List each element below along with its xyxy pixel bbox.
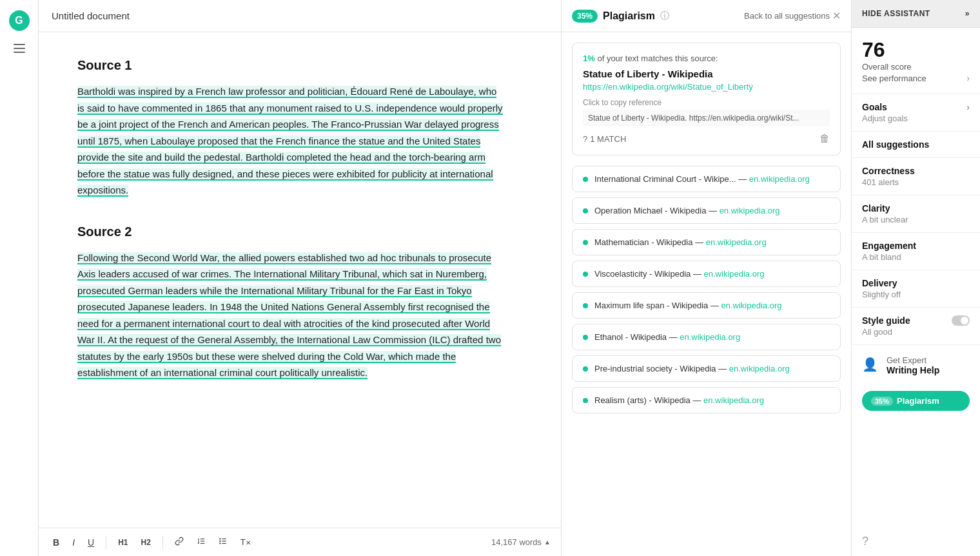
- source-dot: [583, 177, 588, 182]
- correctness-section[interactable]: Correctness 401 alerts: [852, 158, 980, 195]
- help-icon[interactable]: ?: [852, 527, 980, 556]
- source2-highlighted: Following the Second World War, the alli…: [77, 252, 501, 380]
- source-list-item[interactable]: Mathematician - Wikipedia — en.wikipedia…: [572, 229, 841, 255]
- h2-button[interactable]: H2: [137, 535, 154, 550]
- bold-button[interactable]: B: [49, 535, 63, 550]
- source-main-title: Statue of Liberty - Wikipedia: [583, 68, 830, 79]
- source-list-item[interactable]: Pre-industrial society - Wikipedia — en.…: [572, 355, 841, 382]
- chevron-right-icon[interactable]: ›: [966, 102, 970, 112]
- source-list-name: Viscoelasticity - Wikipedia — en.wikiped…: [594, 269, 765, 279]
- see-performance-link[interactable]: See performance ›: [862, 73, 970, 83]
- copy-ref-label[interactable]: Click to copy reference: [583, 98, 830, 107]
- toggle-icon: [952, 315, 970, 326]
- source-list-item[interactable]: Viscoelasticity - Wikipedia — en.wikiped…: [572, 261, 841, 287]
- source2-text: Following the Second World War, the alli…: [77, 250, 503, 381]
- source-list-url[interactable]: en.wikipedia.org: [749, 174, 810, 184]
- hamburger-menu-button[interactable]: [11, 41, 28, 55]
- source-main-url[interactable]: https://en.wikipedia.org/wiki/Statue_of_…: [583, 82, 830, 92]
- all-suggestions-section: All suggestions: [852, 132, 980, 158]
- ref-text: Statue of Liberty - Wikipedia. https://e…: [583, 110, 830, 126]
- source-list-name: Operation Michael - Wikipedia — en.wikip…: [594, 206, 780, 215]
- clear-format-button[interactable]: T✕: [237, 535, 255, 550]
- source-list-item[interactable]: Realism (arts) - Wikipedia — en.wikipedi…: [572, 387, 841, 413]
- source-card-main: 1% of your text matches this source: Sta…: [572, 43, 841, 155]
- info-icon[interactable]: ⓘ: [660, 10, 669, 22]
- svg-point-8: [220, 543, 220, 544]
- plagiarism-panel-badge: 35%: [572, 10, 598, 23]
- plagiarism-bottom-button[interactable]: 35% Plagiarism: [862, 391, 970, 411]
- hide-assistant-button[interactable]: HIDE ASSISTANT »: [852, 0, 980, 28]
- close-icon: ✕: [832, 10, 841, 22]
- source-dot: [583, 208, 588, 213]
- expert-title: Writing Help: [887, 365, 939, 375]
- panel-header: 35% Plagiarism ⓘ Back to all suggestions…: [562, 0, 851, 32]
- source1-heading: Source 1: [77, 58, 503, 73]
- plagiarism-panel-title: Plagiarism: [603, 10, 655, 22]
- goals-sub[interactable]: Adjust goals: [862, 114, 970, 123]
- grammarly-logo[interactable]: G: [9, 10, 30, 31]
- style-guide-sub: All good: [862, 327, 970, 337]
- question-icon[interactable]: ?: [583, 134, 587, 144]
- delivery-sub: Slightly off: [862, 290, 970, 299]
- overall-score-number: 76: [862, 38, 970, 62]
- delete-source-button[interactable]: 🗑: [819, 133, 830, 144]
- source-dot: [583, 272, 588, 277]
- engagement-sub: A bit bland: [862, 252, 970, 262]
- source-dot: [583, 366, 588, 372]
- engagement-section[interactable]: Engagement A bit bland: [852, 233, 980, 270]
- source-list-url[interactable]: en.wikipedia.org: [703, 395, 764, 405]
- source-list-url[interactable]: en.wikipedia.org: [704, 269, 765, 279]
- main-content: Untitled document Source 1 Bartholdi was…: [39, 0, 561, 556]
- hamburger-line: [14, 52, 25, 53]
- source-list-item[interactable]: Maximum life span - Wikipedia — en.wikip…: [572, 292, 841, 319]
- bottom-toolbar: B I U H1 H2 T✕ 14,167 words ▲: [39, 528, 561, 556]
- h1-button[interactable]: H1: [114, 535, 132, 550]
- word-count: 14,167 words ▲: [491, 537, 551, 547]
- source-list-name: Realism (arts) - Wikipedia — en.wikipedi…: [594, 395, 764, 405]
- overall-score-label: Overall score: [862, 62, 970, 72]
- source-list-item[interactable]: International Criminal Court - Wikipe...…: [572, 166, 841, 192]
- source-list: International Criminal Court - Wikipe...…: [572, 166, 841, 413]
- underline-button[interactable]: U: [84, 535, 98, 550]
- source-list-url[interactable]: en.wikipedia.org: [729, 364, 790, 373]
- expert-label: Get Expert: [887, 355, 939, 365]
- unordered-list-button[interactable]: [215, 534, 231, 550]
- word-count-caret[interactable]: ▲: [544, 539, 551, 546]
- hamburger-line: [14, 44, 25, 45]
- expert-help-section[interactable]: 👤 Get Expert Writing Help: [852, 345, 980, 386]
- source2-heading: Source 2: [77, 224, 503, 239]
- source-list-url[interactable]: en.wikipedia.org: [721, 301, 782, 310]
- ordered-list-button[interactable]: [193, 534, 210, 550]
- match-percent: 1% of your text matches this source:: [583, 54, 830, 63]
- top-bar: Untitled document: [39, 0, 561, 32]
- source-list-item[interactable]: Ethanol - Wikipedia — en.wikipedia.org: [572, 324, 841, 350]
- source-list-name: Ethanol - Wikipedia — en.wikipedia.org: [594, 332, 740, 342]
- source-list-item[interactable]: Operation Michael - Wikipedia — en.wikip…: [572, 197, 841, 224]
- toolbar-separator: [106, 536, 106, 549]
- source-block-2: Source 2 Following the Second World War,…: [77, 224, 503, 381]
- person-icon: 👤: [862, 357, 880, 375]
- delivery-section[interactable]: Delivery Slightly off: [852, 270, 980, 308]
- link-button[interactable]: [171, 534, 188, 550]
- source-list-name: Pre-industrial society - Wikipedia — en.…: [594, 364, 790, 373]
- source-dot: [583, 240, 588, 245]
- hamburger-line: [14, 48, 25, 49]
- left-sidebar: G: [0, 0, 39, 556]
- source-list-name: Mathematician - Wikipedia — en.wikipedia…: [594, 237, 767, 247]
- goals-section: Goals › Adjust goals: [852, 94, 980, 132]
- source-list-url[interactable]: en.wikipedia.org: [706, 237, 767, 247]
- svg-point-7: [220, 541, 220, 541]
- source-list-url[interactable]: en.wikipedia.org: [680, 332, 740, 342]
- back-to-suggestions-button[interactable]: Back to all suggestions ✕: [744, 10, 841, 22]
- source-list-url[interactable]: en.wikipedia.org: [720, 206, 780, 215]
- italic-button[interactable]: I: [68, 535, 79, 550]
- source-list-name: International Criminal Court - Wikipe...…: [594, 174, 810, 184]
- plagiarism-bottom-badge: 35%: [871, 397, 893, 406]
- plagiarism-panel: 35% Plagiarism ⓘ Back to all suggestions…: [561, 0, 851, 556]
- style-guide-section[interactable]: Style guide All good: [852, 308, 980, 345]
- clarity-section[interactable]: Clarity A bit unclear: [852, 195, 980, 233]
- double-chevron-right-icon: »: [965, 9, 970, 18]
- source-footer: ? 1 MATCH 🗑: [583, 133, 830, 144]
- chevron-right-icon: ›: [966, 73, 970, 83]
- source-dot: [583, 303, 588, 308]
